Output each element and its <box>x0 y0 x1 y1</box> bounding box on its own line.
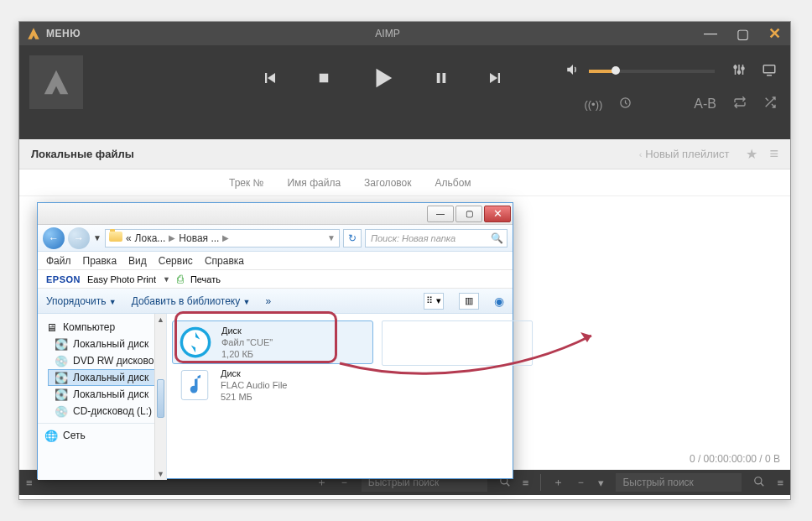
tree-scrollbar[interactable]: ▲▼ <box>154 314 166 480</box>
repeat-button[interactable] <box>733 96 747 112</box>
col-track-no[interactable]: Трек № <box>229 177 263 189</box>
search-input[interactable]: Поиск: Новая папка 🔍 <box>365 229 508 247</box>
svg-rect-3 <box>443 73 446 83</box>
clock-icon[interactable] <box>619 96 632 112</box>
tab-local-files[interactable]: Локальные файлы <box>31 148 134 160</box>
add-right-button[interactable]: ＋ <box>553 475 564 490</box>
menu-help[interactable]: Справка <box>205 255 244 267</box>
help-button[interactable]: ◉ <box>494 294 504 308</box>
menu-button[interactable]: МЕНЮ <box>46 28 81 39</box>
stop-button[interactable] <box>316 70 331 86</box>
menu-view[interactable]: Вид <box>128 255 147 267</box>
search-right-input[interactable]: Быстрый поиск <box>616 473 742 492</box>
search-icon: 🔍 <box>491 232 503 244</box>
tree-network[interactable]: 🌐Сеть <box>38 427 166 444</box>
favorite-button[interactable]: ★ <box>746 146 757 162</box>
tree-cd[interactable]: 💿CD-дисковод (L:) <box>38 403 166 419</box>
epson-toolbar: EPSON Easy Photo Print ▼ ⎙ Печать <box>38 270 513 289</box>
column-headers: Трек № Имя файла Заголовок Альбом <box>19 169 790 196</box>
more-commands-button[interactable]: » <box>265 295 271 307</box>
file-type: Файл "CUE" <box>221 336 273 348</box>
nav-history-dropdown[interactable]: ▼ <box>93 233 102 242</box>
file-list[interactable]: Диск Файл "CUE" 1,20 КБ Диск FLAC Audio … <box>167 314 513 480</box>
hdd-icon: 💽 <box>55 371 68 384</box>
nav-forward-button[interactable]: → <box>68 227 90 249</box>
dialog-close-button[interactable]: ✕ <box>484 206 511 222</box>
breadcrumb-seg-2[interactable]: Новая ... <box>179 232 219 244</box>
equalizer-button[interactable] <box>731 62 747 81</box>
file-item-cue[interactable]: Диск Файл "CUE" 1,20 КБ <box>172 320 373 364</box>
status-summary: 0 / 00:00:00:00 / 0 B <box>690 453 780 465</box>
player-panel: ((•)) A-B <box>19 45 790 139</box>
sort-button[interactable]: ▾ <box>598 477 604 489</box>
daemon-tools-icon <box>178 325 213 360</box>
svg-rect-0 <box>265 73 267 83</box>
tree-local-disk-selected[interactable]: 💽Локальный диск <box>48 369 166 386</box>
folder-icon <box>109 232 122 244</box>
prev-button[interactable] <box>263 70 278 86</box>
svg-point-7 <box>742 67 744 70</box>
search-right-icon[interactable] <box>753 476 765 490</box>
network-icon: 🌐 <box>44 429 58 442</box>
add-to-library-button[interactable]: Добавить в библиотеку ▼ <box>132 295 251 307</box>
menu-edit[interactable]: Правка <box>83 255 117 267</box>
menu-tools[interactable]: Сервис <box>159 255 193 267</box>
col-album[interactable]: Альбом <box>435 177 471 189</box>
col-title[interactable]: Заголовок <box>364 177 411 189</box>
epson-brand: EPSON <box>46 274 81 284</box>
svg-rect-2 <box>437 73 440 83</box>
next-button[interactable] <box>487 70 502 86</box>
shuffle-button[interactable] <box>763 96 777 112</box>
arrange-button[interactable]: Упорядочить ▼ <box>46 295 117 307</box>
tree-dvd[interactable]: 💿DVD RW дисково <box>38 352 166 369</box>
svg-rect-4 <box>498 73 500 83</box>
pause-button[interactable] <box>434 70 449 86</box>
dvd-icon: 💿 <box>55 354 68 367</box>
hdd-icon: 💽 <box>55 388 68 401</box>
col-file-name[interactable]: Имя файла <box>287 177 341 189</box>
titlebar[interactable]: МЕНЮ AIMP — ▢ ✕ <box>19 22 790 45</box>
tree-local-disk-3[interactable]: 💽Локальный диск <box>38 386 166 403</box>
aimp-logo-icon <box>26 26 41 41</box>
navigation-tree: 🖥Компьютер 💽Локальный диск 💿DVD RW диско… <box>38 314 167 480</box>
volume-slider[interactable] <box>589 70 715 73</box>
file-size: 521 МБ <box>221 391 287 403</box>
file-size: 1,20 КБ <box>221 348 273 360</box>
nav-bar: ← → ▼ « Лока... ▶ Новая ... ▶ ▼ ↻ Поиск:… <box>38 225 513 252</box>
view-mode-button[interactable]: ⠿ ▾ <box>424 293 444 310</box>
ab-repeat-button[interactable]: A-B <box>694 96 716 112</box>
breadcrumb-dropdown[interactable]: ▼ <box>327 233 336 242</box>
display-toggle-button[interactable] <box>762 62 777 81</box>
window-title: AIMP <box>81 28 695 39</box>
dialog-maximize-button[interactable]: ▢ <box>455 206 482 222</box>
epson-epp-button[interactable]: Easy Photo Print <box>87 274 156 284</box>
file-item-flac[interactable]: Диск FLAC Audio File 521 МБ <box>172 364 373 406</box>
tabs-menu-button[interactable]: ≡ <box>769 145 778 163</box>
breadcrumb[interactable]: « Лока... ▶ Новая ... ▶ ▼ <box>105 229 340 247</box>
dialog-minimize-button[interactable]: — <box>427 206 454 222</box>
maximize-button[interactable]: ▢ <box>726 22 758 45</box>
radio-icon[interactable]: ((•)) <box>584 98 602 111</box>
refresh-button[interactable]: ↻ <box>343 229 362 247</box>
epson-print-button[interactable]: Печать <box>190 274 221 284</box>
hdd-icon: 💽 <box>55 337 68 351</box>
close-button[interactable]: ✕ <box>758 22 790 45</box>
printer-icon: ⎙ <box>177 273 184 285</box>
new-playlist-button[interactable]: ‹ Новый плейлист <box>639 148 730 160</box>
play-button[interactable] <box>370 65 395 91</box>
preview-pane-button[interactable]: ▥ <box>459 293 479 310</box>
breadcrumb-seg-1[interactable]: Лока... <box>135 232 166 244</box>
minimize-button[interactable]: — <box>695 22 726 45</box>
mute-button[interactable] <box>565 62 580 81</box>
bottom-menu-mid[interactable]: ≡ <box>523 477 529 489</box>
nav-back-button[interactable]: ← <box>43 227 65 249</box>
remove-right-button[interactable]: － <box>575 475 586 490</box>
command-bar: Упорядочить ▼ Добавить в библиотеку ▼ » … <box>38 289 513 314</box>
bottom-menu-left[interactable]: ≡ <box>26 477 33 489</box>
tree-computer[interactable]: 🖥Компьютер <box>38 319 166 336</box>
tree-local-disk-1[interactable]: 💽Локальный диск <box>38 336 166 352</box>
dialog-titlebar[interactable]: — ▢ ✕ <box>38 203 513 225</box>
bottom-menu-right[interactable]: ≡ <box>777 477 783 489</box>
menu-file[interactable]: Файл <box>46 255 71 267</box>
svg-rect-8 <box>763 65 775 73</box>
